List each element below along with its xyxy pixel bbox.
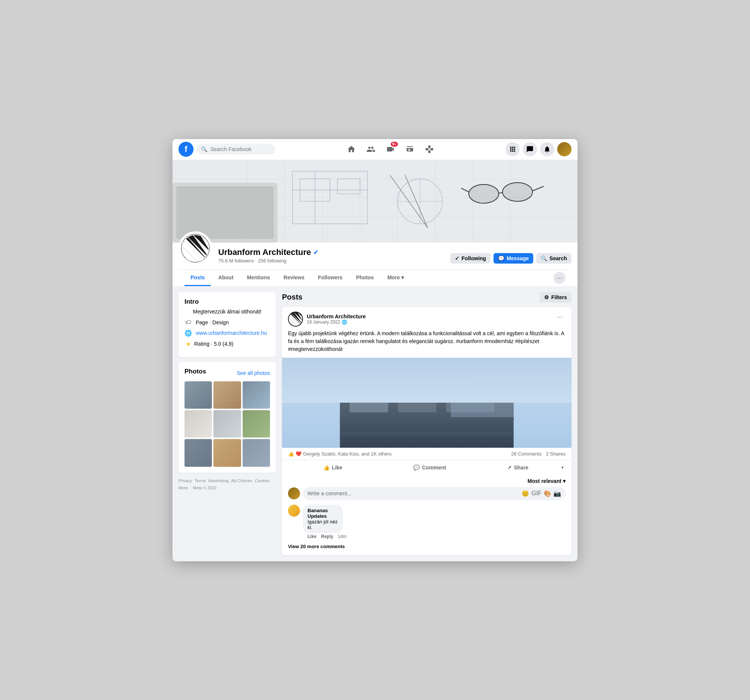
tab-followers[interactable]: Followers <box>312 270 348 286</box>
profile-name: Urbanform Architecture <box>218 247 311 257</box>
website-link[interactable]: www.urbanformarchitecture.hu <box>196 330 267 336</box>
photos-card: Photos See all photos <box>178 362 276 473</box>
footer-cookies-link[interactable]: Cookies <box>255 478 270 483</box>
search-input[interactable] <box>211 146 271 152</box>
svg-marker-47 <box>288 324 290 326</box>
facebook-logo[interactable]: f <box>178 142 194 157</box>
page-nav-tabs: Posts About Mentions Reviews Followers P… <box>184 270 553 286</box>
friends-nav-button[interactable] <box>362 140 380 158</box>
see-all-photos-link[interactable]: See all photos <box>237 370 270 376</box>
emoji-icon[interactable]: 😊 <box>522 490 529 497</box>
photo-thumb-4[interactable] <box>184 410 212 438</box>
post-author-info: Urbanform Architecture 18 January 2022 🌐 <box>288 312 366 327</box>
share-icon: ↗ <box>507 465 512 471</box>
photo-thumb-5[interactable] <box>214 410 241 438</box>
message-button[interactable]: 💬 Message <box>493 253 533 264</box>
intro-rating: ★ Rating · 5.0 (4,9) <box>184 341 270 348</box>
intro-website[interactable]: 🌐 www.urbanformarchitecture.hu <box>184 330 270 337</box>
profile-section: Urbanform Architecture ✔ 75.6 M follower… <box>172 243 578 286</box>
messenger-button[interactable] <box>523 142 537 157</box>
post-date: 18 January 2022 <box>307 319 340 325</box>
footer-ad-choices-link[interactable]: Ad Choices <box>231 478 252 483</box>
comment-label: Comment <box>422 465 446 471</box>
sticker-icon[interactable]: 🎨 <box>544 490 551 497</box>
following-button[interactable]: ✓ Following <box>450 253 490 264</box>
like-label: Like <box>332 465 343 471</box>
post-options-button[interactable]: ··· <box>554 312 566 322</box>
grid-menu-button[interactable] <box>506 142 520 157</box>
video-nav-button[interactable]: 9+ <box>381 140 400 158</box>
comment-content: Bananas Updates Igazán jól néz ki. Like … <box>303 505 353 539</box>
gif-icon[interactable]: GIF <box>531 490 541 497</box>
profile-avatar[interactable] <box>178 231 212 265</box>
post-avatar-logo <box>288 312 303 326</box>
share-dropdown-button[interactable]: ▾ <box>556 462 569 474</box>
post-author-avatar[interactable] <box>288 312 303 327</box>
profile-actions: ✓ Following 💬 Message 🔍 Search <box>450 253 572 265</box>
post-header: Urbanform Architecture 18 January 2022 🌐… <box>282 307 572 330</box>
reactions-left[interactable]: 👍 ❤️ Gergely Szabó, Kata Kiss, and 1K ot… <box>288 451 392 457</box>
page-search-button[interactable]: 🔍 Search <box>536 253 572 264</box>
post-author-details: Urbanform Architecture 18 January 2022 🌐 <box>307 313 366 325</box>
user-avatar[interactable] <box>557 142 572 157</box>
photo-thumb-8[interactable] <box>214 439 241 467</box>
comment-button[interactable]: 💬 Comment <box>382 462 478 474</box>
photos-title: Photos <box>184 368 206 375</box>
tab-more[interactable]: More ▾ <box>381 270 410 286</box>
gaming-nav-button[interactable] <box>420 140 438 158</box>
message-icon: 💬 <box>498 255 504 261</box>
comment-like-action[interactable]: Like <box>307 534 317 539</box>
post-text: Egy újabb projektünk végéhez értünk. A m… <box>282 330 572 358</box>
posts-area: Posts ⚙ Filters <box>282 292 572 555</box>
intro-page-type-text: Page · Design <box>196 319 229 325</box>
most-relevant-dropdown[interactable]: Most relevant ▾ <box>288 478 566 484</box>
navbar-right <box>506 142 572 157</box>
tab-reviews[interactable]: Reviews <box>278 270 310 286</box>
main-content: Intro Megtervezzük álmai otthonát! 🏷 Pag… <box>172 286 578 561</box>
share-btn-wrapper: ↗ Share ▾ <box>479 462 569 474</box>
search-label: Search <box>549 255 567 261</box>
tab-posts[interactable]: Posts <box>184 270 211 286</box>
store-nav-button[interactable] <box>401 140 419 158</box>
photo-thumb-7[interactable] <box>184 439 212 467</box>
footer-more-link[interactable]: More <box>178 485 188 490</box>
browser-window: f 🔍 9+ <box>172 139 578 561</box>
message-label: Message <box>507 255 529 261</box>
tab-about[interactable]: About <box>212 270 239 286</box>
profile-name-row: Urbanform Architecture ✔ <box>218 247 450 257</box>
globe-icon: 🌐 <box>184 330 192 337</box>
post-author-name[interactable]: Urbanform Architecture <box>307 313 366 319</box>
comments-count[interactable]: 26 Comments <box>511 451 541 457</box>
comment-timestamp: 14m <box>338 534 346 539</box>
comment-text: Igazán jól néz ki. <box>307 519 338 530</box>
photo-thumb-3[interactable] <box>243 381 270 409</box>
svg-point-25 <box>469 184 499 203</box>
photo-thumb-2[interactable] <box>214 381 241 409</box>
view-more-comments-link[interactable]: View 20 more comments <box>288 542 566 552</box>
comment-reply-action[interactable]: Reply <box>321 534 334 539</box>
navbar-left: f 🔍 <box>178 142 275 157</box>
photo-thumb-1[interactable] <box>184 381 212 409</box>
comment-username[interactable]: Bananas Updates <box>307 508 338 519</box>
share-button[interactable]: ↗ Share <box>479 462 556 474</box>
footer-advertising-link[interactable]: Advertising <box>208 478 228 483</box>
tab-mentions[interactable]: Mentions <box>241 270 276 286</box>
footer-privacy-link[interactable]: Privacy <box>178 478 192 483</box>
footer-terms-link[interactable]: Terms <box>195 478 206 483</box>
notifications-button[interactable] <box>540 142 554 157</box>
post-card: Urbanform Architecture 18 January 2022 🌐… <box>282 307 572 555</box>
filters-button[interactable]: ⚙ Filters <box>539 292 572 302</box>
shares-count[interactable]: 2 Shares <box>546 451 566 457</box>
photo-thumb-9[interactable] <box>243 439 270 467</box>
heart-emoji: ❤️ <box>295 451 301 457</box>
search-icon: 🔍 <box>541 255 547 261</box>
star-icon: ★ <box>184 341 192 348</box>
like-button[interactable]: 👍 Like <box>285 462 381 474</box>
post-image[interactable] <box>282 358 572 448</box>
camera-icon[interactable]: 📷 <box>553 490 561 497</box>
tab-photos[interactable]: Photos <box>350 270 380 286</box>
home-nav-button[interactable] <box>343 140 360 158</box>
nav-overflow-button[interactable]: ··· <box>553 272 566 284</box>
photo-thumb-6[interactable] <box>243 410 270 438</box>
comment-input-box[interactable]: Write a comment... 😊 GIF 🎨 📷 <box>303 487 566 500</box>
